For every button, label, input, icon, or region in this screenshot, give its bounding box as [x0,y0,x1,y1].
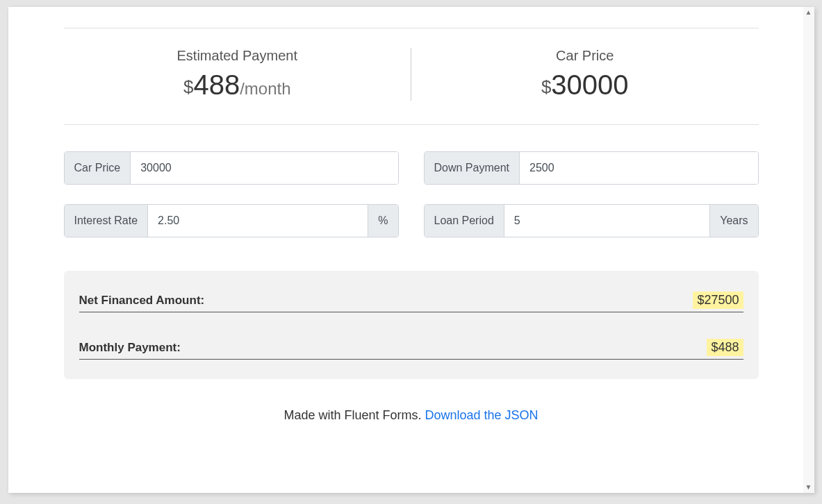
interest-rate-input[interactable] [148,205,368,237]
car-price-amount: 30000 [551,69,628,100]
loan-period-group: Loan Period Years [424,204,759,237]
car-price-summary-label: Car Price [411,48,759,64]
results-box: Net Financed Amount: $27500 Monthly Paym… [64,271,759,379]
scroll-down-icon[interactable]: ▼ [803,482,814,493]
form-content: Estimated Payment $488/month Car Price $… [36,28,787,451]
currency-symbol: $ [183,76,193,97]
interest-rate-label: Interest Rate [65,205,149,237]
monthly-payment-value: $488 [707,339,743,356]
estimated-payment-amount: 488 [193,69,240,100]
download-json-link[interactable]: Download the JSON [425,408,538,422]
estimated-payment-label: Estimated Payment [64,48,411,64]
down-payment-input[interactable] [520,152,758,184]
monthly-payment-label: Monthly Payment: [79,341,181,355]
form-grid: Car Price Down Payment Interest Rate % L… [64,151,759,237]
footer-text: Made with Fluent Forms. Download the JSO… [64,408,759,423]
summary-estimated-payment: Estimated Payment $488/month [64,48,412,101]
down-payment-label: Down Payment [425,152,520,184]
loan-period-label: Loan Period [425,205,504,237]
net-financed-label: Net Financed Amount: [79,294,205,308]
footer-prefix: Made with Fluent Forms. [283,408,425,422]
loan-period-suffix: Years [709,205,757,237]
car-price-input[interactable] [131,152,397,184]
currency-symbol: $ [541,76,551,97]
car-price-summary-value: $30000 [411,69,759,101]
down-payment-group: Down Payment [424,151,759,185]
car-price-label: Car Price [65,152,131,184]
car-price-group: Car Price [64,151,399,185]
page-container: Estimated Payment $488/month Car Price $… [8,7,814,493]
monthly-payment-row: Monthly Payment: $488 [79,335,743,360]
estimated-payment-value: $488/month [64,69,411,101]
scroll-up-icon[interactable]: ▲ [803,7,814,18]
net-financed-value: $27500 [693,292,743,309]
net-financed-row: Net Financed Amount: $27500 [79,287,743,312]
estimated-payment-suffix: /month [240,79,290,98]
interest-rate-group: Interest Rate % [64,204,399,237]
interest-rate-suffix: % [368,205,397,237]
scrollbar[interactable]: ▲ ▼ [803,7,814,493]
loan-period-input[interactable] [504,205,709,237]
summary-row: Estimated Payment $488/month Car Price $… [64,28,759,125]
summary-car-price: Car Price $30000 [411,48,759,101]
